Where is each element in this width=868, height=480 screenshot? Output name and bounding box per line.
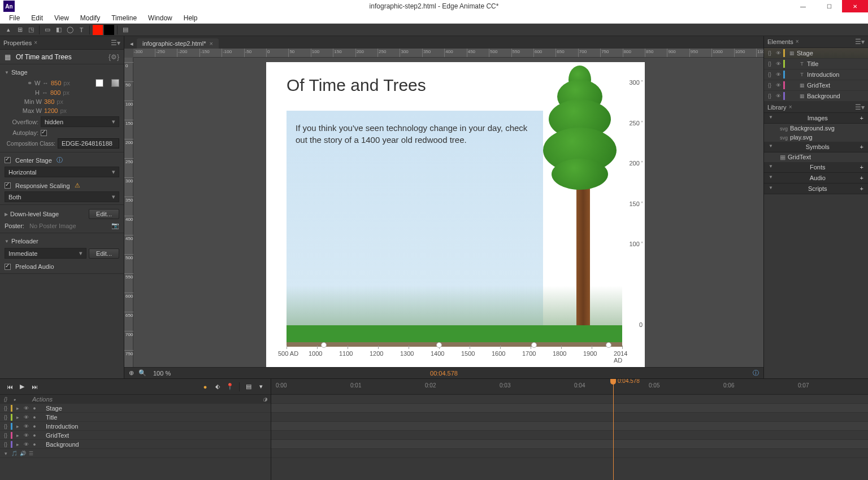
- tl-more-icon[interactable]: ▾: [256, 382, 266, 392]
- lock-aspect-icon[interactable]: ⚭: [27, 80, 32, 87]
- library-scripts-header[interactable]: Scripts+: [764, 184, 868, 194]
- elements-panel-header[interactable]: Elements×☰▾: [764, 36, 868, 48]
- actions-icon[interactable]: {⚙}: [108, 53, 119, 61]
- transform-tool-icon[interactable]: ⊞: [15, 25, 25, 35]
- zoom-icon[interactable]: 🔍: [138, 369, 146, 377]
- element-row[interactable]: {}👁▦GridText: [764, 80, 868, 91]
- bgcolor-swatch[interactable]: [96, 79, 103, 87]
- tl-autokey-icon[interactable]: ●: [200, 382, 210, 392]
- element-row[interactable]: {}👁▦Background: [764, 91, 868, 102]
- preloader-edit-button[interactable]: Edit...: [89, 248, 119, 259]
- add-icon[interactable]: +: [860, 115, 863, 121]
- overflow-select[interactable]: hidden: [41, 116, 119, 127]
- zoom-value[interactable]: 100 %: [153, 370, 171, 377]
- library-fonts-header[interactable]: Fonts+: [764, 162, 868, 173]
- ruler-vertical: -500501001502002503003504004505005506006…: [124, 58, 133, 367]
- menu-view[interactable]: View: [50, 13, 73, 23]
- fill-color-swatch[interactable]: [93, 25, 103, 35]
- responsive-select[interactable]: Both: [5, 191, 119, 202]
- canvas-statusbar: ⊕ 🔍 100 % 00:04.578 ⓘ: [124, 367, 763, 378]
- minw-value[interactable]: 380: [44, 98, 54, 105]
- text-tool-icon[interactable]: T: [76, 25, 86, 35]
- playhead[interactable]: 0:04.578: [613, 379, 614, 480]
- library-symbols-header[interactable]: Symbols+: [764, 142, 868, 152]
- info-icon[interactable]: ⓘ: [57, 156, 63, 164]
- timeline-ruler[interactable]: 0:000:010:020:030:040:050:060:07: [271, 379, 868, 395]
- stage-section-header[interactable]: Stage: [5, 67, 119, 78]
- elements-list: {}👁▦Stage{}👁TTitle{}👁TIntroduction{}👁▦Gr…: [764, 48, 868, 102]
- tl-toggle-icon[interactable]: ⬖: [212, 382, 223, 392]
- library-panel-header[interactable]: Library×☰▾: [764, 102, 868, 114]
- stage-title-text: Of Time and Trees: [287, 76, 426, 95]
- height-value[interactable]: 800: [50, 89, 60, 96]
- tl-pin-icon[interactable]: 📍: [225, 382, 235, 392]
- preload-audio-checkbox[interactable]: [5, 264, 11, 270]
- element-row[interactable]: {}👁TTitle: [764, 59, 868, 69]
- tab-back-icon[interactable]: ◂: [127, 38, 137, 49]
- ruler-horizontal: -300-250-200-150-100-5005010015020025030…: [133, 49, 763, 58]
- width-value[interactable]: 850: [51, 80, 61, 86]
- menu-window[interactable]: Window: [144, 13, 177, 23]
- maxw-value[interactable]: 1200: [44, 107, 58, 114]
- document-tab[interactable]: infographic-step2.html*×: [137, 38, 219, 49]
- center-stage-select[interactable]: Horizontal: [5, 167, 119, 177]
- status-info-icon[interactable]: ⓘ: [753, 369, 759, 377]
- clip-tool-icon[interactable]: ◳: [26, 25, 36, 35]
- menu-file[interactable]: File: [5, 13, 24, 23]
- library-image-item[interactable]: svgBackground.svg: [764, 124, 868, 133]
- center-stage-checkbox[interactable]: [5, 157, 11, 163]
- library-images-header[interactable]: Images+: [764, 113, 868, 124]
- composition-class-input[interactable]: EDGE-264816188: [58, 138, 119, 149]
- y-axis: 300 '250 '200 '150 '100 '0: [622, 79, 645, 341]
- warning-icon[interactable]: ⚠: [75, 182, 80, 189]
- library-symbol-item[interactable]: ▦GridText: [764, 152, 868, 162]
- tab-close-icon[interactable]: ×: [210, 40, 213, 47]
- close-button[interactable]: ✕: [842, 0, 868, 12]
- timeline-layer[interactable]: {}▸👁●Background: [0, 440, 271, 449]
- element-row[interactable]: {}👁TIntroduction: [764, 69, 868, 80]
- stage[interactable]: Of Time and Trees If you think you've se…: [266, 62, 645, 367]
- downlevel-edit-button[interactable]: Edit...: [89, 209, 119, 219]
- selection-tool-icon[interactable]: ▴: [3, 25, 14, 35]
- menu-modify[interactable]: Modify: [76, 13, 105, 23]
- image-swatch[interactable]: [111, 79, 119, 87]
- window-title: infographic-step2.html - Edge Animate CC…: [370, 2, 499, 10]
- responsive-checkbox[interactable]: [5, 182, 11, 189]
- rect-tool-icon[interactable]: ▭: [42, 25, 53, 35]
- elements-menu-icon[interactable]: ☰▾: [855, 38, 865, 46]
- library-menu-icon[interactable]: ☰▾: [855, 103, 865, 111]
- timeline-layer[interactable]: {}▸👁●Introduction: [0, 422, 271, 431]
- menu-help[interactable]: Help: [179, 13, 202, 23]
- preloader-select[interactable]: Immediate: [5, 248, 86, 259]
- timeline-controls: ⏮ ▶ ⏭ ● ⬖ 📍 ▤ ▾: [0, 379, 271, 395]
- library-audio-header[interactable]: Audio+: [764, 173, 868, 184]
- maximize-button[interactable]: ☐: [816, 0, 842, 12]
- autoplay-checkbox[interactable]: [41, 130, 47, 136]
- element-row[interactable]: {}👁▦Stage: [764, 48, 868, 59]
- ellipse-tool-icon[interactable]: ◯: [65, 25, 75, 35]
- preloader-header[interactable]: Preloader: [5, 235, 119, 247]
- tl-end-icon[interactable]: ⏭: [29, 382, 40, 392]
- tl-actions-header: {}⬥ Actions◑: [0, 395, 271, 404]
- stroke-color-swatch[interactable]: [104, 25, 114, 35]
- downlevel-header[interactable]: Down-level Stage: [5, 208, 86, 220]
- tl-play-icon[interactable]: ▶: [17, 382, 27, 392]
- minimize-button[interactable]: —: [790, 0, 816, 12]
- menu-edit[interactable]: Edit: [27, 13, 47, 23]
- right-panels: Elements×☰▾ {}👁▦Stage{}👁TTitle{}👁TIntrod…: [763, 36, 868, 378]
- toolbar: ▴ ⊞ ◳ ▭ ◧ ◯ T ▤: [0, 24, 868, 36]
- window-titlebar: An infographic-step2.html - Edge Animate…: [0, 0, 868, 12]
- camera-icon[interactable]: 📷: [111, 222, 119, 229]
- tl-ease-icon[interactable]: ▤: [244, 382, 254, 392]
- roundrect-tool-icon[interactable]: ◧: [54, 25, 64, 35]
- timeline-layer[interactable]: {}▸👁●Title: [0, 413, 271, 422]
- timeline-layer[interactable]: {}▸👁●GridText: [0, 431, 271, 440]
- timeline-layer[interactable]: {}▸👁●Stage: [0, 404, 271, 413]
- panel-menu-icon[interactable]: ☰▾: [111, 39, 120, 47]
- fit-icon[interactable]: ⊕: [129, 369, 134, 377]
- library-image-item[interactable]: svgplay.svg: [764, 133, 868, 142]
- layout-tool-icon[interactable]: ▤: [120, 25, 131, 35]
- menu-timeline[interactable]: Timeline: [107, 13, 141, 23]
- tl-rewind-icon[interactable]: ⏮: [5, 382, 15, 392]
- properties-panel-header[interactable]: Properties×☰▾: [0, 36, 124, 50]
